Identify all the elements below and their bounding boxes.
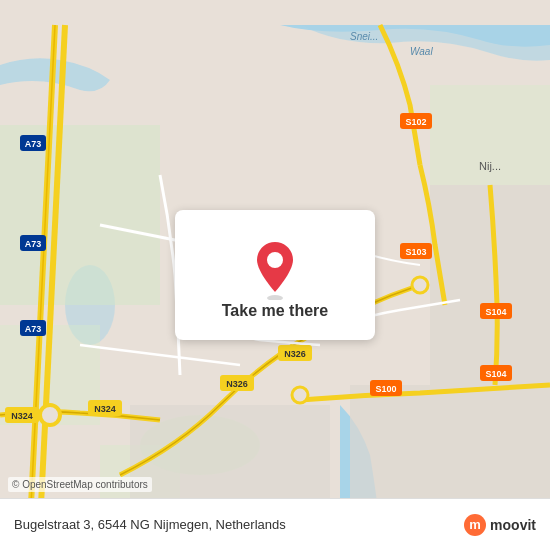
address-label: Bugelstraat 3, 6544 NG Nijmegen, Netherl… [14,517,286,532]
svg-text:Snei...: Snei... [350,31,378,42]
svg-text:S102: S102 [405,117,426,127]
map-container: Nij... A73 A73 A73 S102 S103 S100 S104 S… [0,0,550,550]
moovit-icon: m [464,514,486,536]
svg-point-40 [267,295,283,300]
moovit-brand-name: moovit [490,517,536,533]
svg-text:S104: S104 [485,369,506,379]
svg-rect-2 [0,125,160,305]
moovit-logo: m moovit [464,514,536,536]
svg-text:A73: A73 [25,239,42,249]
svg-point-12 [412,277,428,293]
svg-text:S103: S103 [405,247,426,257]
map-attribution: © OpenStreetMap contributors [8,477,152,492]
svg-point-41 [267,252,283,268]
svg-text:S100: S100 [375,384,396,394]
svg-text:A73: A73 [25,324,42,334]
bottom-bar: Bugelstraat 3, 6544 NG Nijmegen, Netherl… [0,498,550,550]
location-pin [250,240,300,290]
navigation-overlay: Take me there [175,210,375,340]
svg-text:A73: A73 [25,139,42,149]
attribution-text: © OpenStreetMap contributors [12,479,148,490]
svg-text:S104: S104 [485,307,506,317]
svg-text:N324: N324 [94,404,116,414]
svg-text:N326: N326 [226,379,248,389]
svg-point-10 [40,405,60,425]
svg-text:N324: N324 [11,411,33,421]
take-me-there-button[interactable]: Take me there [222,302,328,320]
svg-text:N326: N326 [284,349,306,359]
svg-text:Nij...: Nij... [479,160,501,172]
svg-text:Waal: Waal [410,46,433,57]
svg-point-11 [292,387,308,403]
